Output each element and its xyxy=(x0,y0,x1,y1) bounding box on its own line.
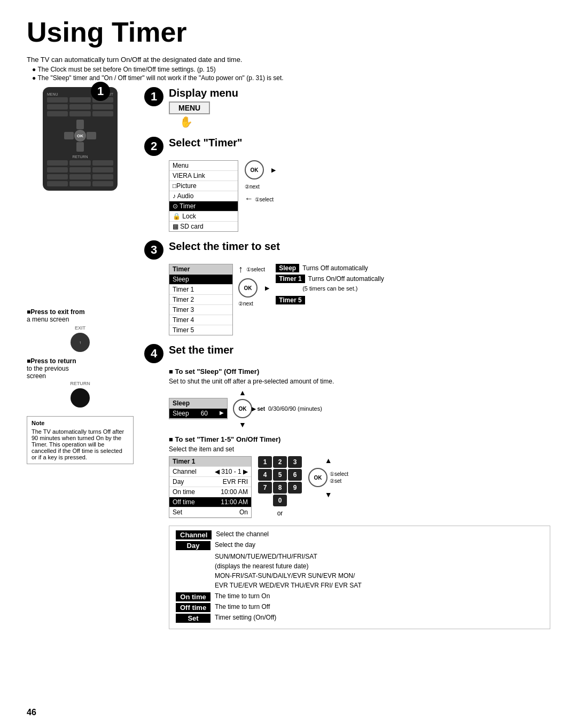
sleep-setting-box: Sleep Sleep 60 ▶ xyxy=(169,398,228,419)
timer-descriptions: Sleep Turns Off automatically Timer 1 Tu… xyxy=(276,264,384,304)
menu-item-lock[interactable]: 🔒 Lock xyxy=(169,212,238,222)
press-return-section: ■Press to return to the previous screen … xyxy=(27,357,134,408)
remote-dpad[interactable]: OK xyxy=(64,120,96,152)
num-1[interactable]: 1 xyxy=(258,456,272,468)
set-label: Set xyxy=(176,614,210,623)
step2-arrow-next: ②next xyxy=(245,184,274,190)
timer15-ok-area: ▲ OK ①select ②set ▼ xyxy=(308,456,348,499)
timer15-desc: Select the item and set xyxy=(169,445,550,453)
timer15-ok-button[interactable]: OK xyxy=(308,468,328,487)
menu-item-sdcard[interactable]: ▩ SD card xyxy=(169,222,238,231)
step2-number: 2 xyxy=(144,137,163,156)
step1-number: 1 xyxy=(144,87,163,106)
remote-illustration: MENUEXIT OK RETUR xyxy=(43,87,118,191)
step3-number: 3 xyxy=(144,240,163,260)
num-3[interactable]: 3 xyxy=(288,456,302,468)
t1-offtime-row[interactable]: Off time 11:00 AM xyxy=(169,497,251,507)
sleep-box-header: Sleep xyxy=(169,398,227,409)
page-number: 46 xyxy=(27,708,36,717)
timer-item-2[interactable]: Timer 2 xyxy=(169,295,232,305)
offtime-desc: The time to turn Off xyxy=(215,603,543,610)
timer-item-4[interactable]: Timer 4 xyxy=(169,315,232,325)
channel-desc: Select the channel xyxy=(216,530,543,538)
intro-bullet2: The "Sleep" timer and "On / Off timer" w… xyxy=(32,74,550,82)
step2-title: Select "Timer" xyxy=(169,137,243,149)
offtime-label: Off time xyxy=(176,603,210,612)
intro-bullet1: The Clock must be set before On time/Off… xyxy=(32,66,550,73)
day-label: Day xyxy=(176,541,210,550)
menu-item-picture[interactable]: □Picture xyxy=(169,181,238,191)
t1-ontime-row[interactable]: On time 10:00 AM xyxy=(169,487,251,497)
exit-button-illustration: ↑ xyxy=(71,333,90,352)
day-options: SUN/MON/TUE/WED/THU/FRI/SAT (displays th… xyxy=(215,552,543,590)
step2-menu: Menu VIERA Link □Picture ♪ Audio ⊙ Timer… xyxy=(169,160,238,232)
left-column: 1 MENUEXIT OK xyxy=(27,87,134,638)
menu-item-timer[interactable]: ⊙ Timer xyxy=(169,201,238,212)
channel-label: Channel xyxy=(176,530,212,539)
ontime-label: On time xyxy=(176,592,210,601)
timer15-title: ■ To set "Timer 1-5" On/Off Timer) xyxy=(169,435,550,443)
timer15-subsection: ■ To set "Timer 1-5" On/Off Timer) Selec… xyxy=(169,435,550,518)
note-box: Note The TV automatically turns Off afte… xyxy=(27,416,134,464)
step2-ok-button[interactable]: OK ▶ xyxy=(245,160,264,179)
sleep-ok-button[interactable]: OK ▶ set xyxy=(233,399,252,418)
ontime-info-row: On time The time to turn On xyxy=(176,592,543,601)
timer-menu-header: Timer xyxy=(169,264,232,275)
timer15-set-label: ②set xyxy=(330,478,348,484)
or-label: or xyxy=(277,510,283,517)
num-7[interactable]: 7 xyxy=(258,482,272,494)
step2-section: 2 Select "Timer" Menu VIERA Link □Pictur… xyxy=(144,137,550,232)
timer-item-3[interactable]: Timer 3 xyxy=(169,305,232,315)
num-5[interactable]: 5 xyxy=(273,469,287,481)
timer15-select-label: ①select xyxy=(330,471,348,477)
step1-circle: 1 xyxy=(91,82,110,101)
menu-item-menu[interactable]: Menu xyxy=(169,161,238,171)
t1-set-row[interactable]: Set On xyxy=(169,507,251,518)
timer-item-1[interactable]: Timer 1 xyxy=(169,285,232,295)
num-8[interactable]: 8 xyxy=(273,482,287,494)
step4-section: 4 Set the timer ■ To set "Sleep" (Off Ti… xyxy=(144,344,550,629)
right-column: 1 Display menu MENU ✋ 2 Select "Timer" xyxy=(144,87,550,638)
menu-item-audio[interactable]: ♪ Audio xyxy=(169,191,238,201)
menu-button[interactable]: MENU xyxy=(169,101,210,114)
numpad: 1 2 3 4 5 6 7 8 9 0 xyxy=(258,456,302,506)
t1-day-row[interactable]: Day EVR FRI xyxy=(169,477,251,487)
step3-ok-button[interactable]: OK ▶ xyxy=(238,278,258,298)
timer1-setting-box: Timer 1 Channel ◀ 310 - 1 ▶ Day EVR FRI xyxy=(169,456,252,518)
sleep-box-row[interactable]: Sleep 60 ▶ xyxy=(169,409,227,419)
timer1-header: Timer 1 xyxy=(169,457,251,467)
num-9[interactable]: 9 xyxy=(288,482,302,494)
timer-item-sleep[interactable]: Sleep xyxy=(169,275,232,285)
num-4[interactable]: 4 xyxy=(258,469,272,481)
numpad-area: 1 2 3 4 5 6 7 8 9 0 or xyxy=(258,456,302,517)
press-exit-section: ■Press to exit from a menu screen EXIT ↑ xyxy=(27,308,134,352)
step3-title: Select the timer to set xyxy=(169,240,280,253)
channel-info-row: Channel Select the channel xyxy=(176,530,543,539)
step3-section: 3 Select the timer to set Timer Sleep Ti… xyxy=(144,240,550,335)
sleep-badge: Sleep xyxy=(276,264,299,272)
step3-timer-menu: Timer Sleep Timer 1 Timer 2 Timer 3 Time… xyxy=(169,264,233,335)
timer-item-5[interactable]: Timer 5 xyxy=(169,325,232,335)
sleep-minutes-note: 0/30/60/90 (minutes) xyxy=(268,405,322,412)
return-button-illustration xyxy=(71,388,90,408)
num-6[interactable]: 6 xyxy=(288,469,302,481)
sleep-subsection-title: ■ To set "Sleep" (Off Timer) xyxy=(169,367,550,375)
note-text: The TV automatically turns Off after 90 … xyxy=(32,428,129,460)
num-2[interactable]: 2 xyxy=(273,456,287,468)
step4-title: Set the timer xyxy=(169,344,233,356)
t1-channel-row[interactable]: Channel ◀ 310 - 1 ▶ xyxy=(169,467,251,477)
step3-next-label: ②next xyxy=(238,301,265,307)
sleep-subsection-desc: Set to shut the unit off after a pre-sel… xyxy=(169,378,550,385)
ontime-desc: The time to turn On xyxy=(215,592,543,600)
info-section: Channel Select the channel Day Select th… xyxy=(169,526,550,629)
menu-item-viera[interactable]: VIERA Link xyxy=(169,171,238,181)
sleep-ok-area: ▲ OK ▶ set ▼ xyxy=(233,388,252,429)
day-info-row: Day Select the day xyxy=(176,541,543,550)
intro-main: The TV can automatically turn On/Off at … xyxy=(27,56,550,64)
hand-icon: ✋ xyxy=(180,115,238,128)
num-0[interactable]: 0 xyxy=(273,495,287,506)
set-info-row: Set Timer setting (On/Off) xyxy=(176,614,543,623)
step3-select-label: ①select xyxy=(246,267,265,272)
step1-title: Display menu xyxy=(169,87,238,99)
set-desc: Timer setting (On/Off) xyxy=(215,614,543,621)
